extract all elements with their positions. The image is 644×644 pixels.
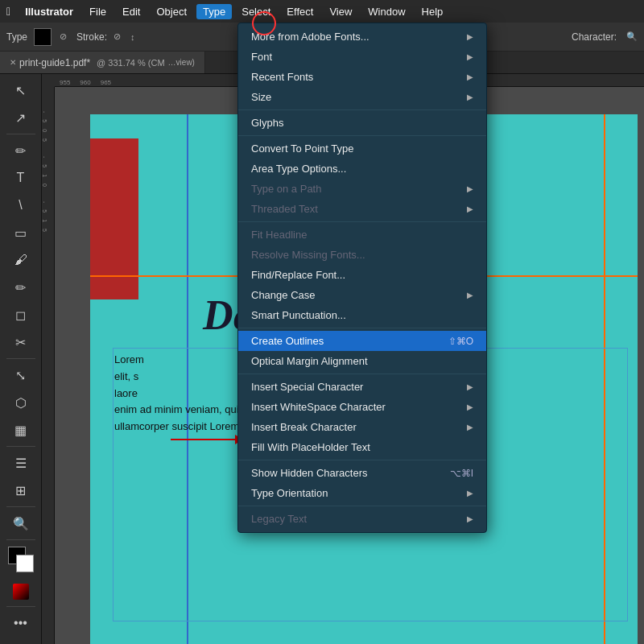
tab-close-button[interactable]: ✕ <box>10 58 16 67</box>
menu-item-font[interactable]: Font <box>238 47 486 67</box>
menu-item-effect[interactable]: Effect <box>280 4 320 19</box>
arrow-indicator <box>171 435 243 444</box>
type-dropdown-menu: More from Adobe Fonts... Font Recent Fon… <box>237 23 487 533</box>
direct-selection-tool-icon[interactable]: ↗ <box>8 105 34 130</box>
pencil-tool-icon[interactable]: ✏ <box>8 275 34 300</box>
menu-item-insert-break[interactable]: Insert Break Character <box>238 417 486 437</box>
menu-divider-2 <box>238 135 486 136</box>
menu-item-convert-point[interactable]: Convert To Point Type <box>238 138 486 159</box>
tools-panel: ↖ ↗ ✏ T \ ▭ 🖌 ✏ ◻ ✂ ⤡ ⬡ ▦ ☰ ⊞ 🔍 ••• <box>0 74 42 644</box>
tab-name: print-guide1.pdf* <box>19 57 90 68</box>
menu-item-insert-whitespace[interactable]: Insert WhiteSpace Character <box>238 397 486 417</box>
menu-item-select[interactable]: Select <box>235 4 277 19</box>
tool-separator-3 <box>6 446 35 447</box>
tool-separator-5 <box>6 539 35 540</box>
menu-item-illustrator[interactable]: Illustrator <box>19 4 80 19</box>
menu-divider-1 <box>238 109 486 110</box>
scissors-tool-icon[interactable]: ✂ <box>8 329 34 355</box>
menu-item-view[interactable]: View <box>323 4 358 19</box>
color-swatch[interactable] <box>34 28 52 46</box>
stroke-label: Stroke: <box>76 31 107 43</box>
mesh-tool-icon[interactable]: ⊞ <box>8 477 34 503</box>
type-tool-icon[interactable]: T <box>8 165 34 191</box>
background-color-swatch[interactable] <box>16 555 34 572</box>
menu-item-smart-punctuation[interactable]: Smart Punctuation... <box>238 305 486 325</box>
menu-item-change-case[interactable]: Change Case <box>238 285 486 305</box>
menu-item-help[interactable]: Help <box>415 4 450 19</box>
menu-item-create-outlines[interactable]: Create Outlines ⇧⌘O <box>238 331 486 351</box>
menu-item-size[interactable]: Size <box>238 87 486 107</box>
menu-bar:  Illustrator File Edit Object Type Sele… <box>0 0 644 23</box>
menu-item-type-on-path: Type on a Path <box>238 179 486 199</box>
menu-item-threaded-text: Threaded Text <box>238 199 486 219</box>
menu-item-legacy-text: Legacy Text <box>238 509 486 529</box>
menu-item-type[interactable]: Type <box>196 4 232 19</box>
line-tool-icon[interactable]: \ <box>8 192 34 218</box>
pen-tool-icon[interactable]: ✏ <box>8 138 34 163</box>
paintbrush-tool-icon[interactable]: 🖌 <box>8 247 34 273</box>
create-outlines-shortcut: ⇧⌘O <box>448 336 473 347</box>
menu-item-window[interactable]: Window <box>361 4 411 19</box>
document-tab[interactable]: ✕ print-guide1.pdf* @ 331.74 % (CM …view… <box>0 52 205 73</box>
tool-separator-4 <box>6 506 35 507</box>
menu-item-optical-margin[interactable]: Optical Margin Alignment <box>238 351 486 371</box>
tab-zoom: @ 331.74 % (CM <box>97 58 165 68</box>
menu-item-fit-headline: Fit Headline <box>238 225 486 245</box>
tool-separator-2 <box>6 358 35 359</box>
selection-tool-icon[interactable]: ↖ <box>8 77 34 103</box>
menu-item-fill-placeholder[interactable]: Fill With PlaceHolder Text <box>238 437 486 457</box>
menu-item-resolve-fonts: Resolve Missing Fonts... <box>238 245 486 265</box>
eraser-tool-icon[interactable]: ◻ <box>8 302 34 328</box>
menu-item-recent-fonts[interactable]: Recent Fonts <box>238 67 486 87</box>
scale-tool-icon[interactable]: ⤡ <box>8 362 34 388</box>
zoom-tool-icon[interactable]: 🔍 <box>8 510 34 536</box>
menu-item-more-fonts[interactable]: More from Adobe Fonts... <box>238 27 486 47</box>
gradient-tool-icon[interactable]: ▦ <box>8 417 34 443</box>
gradient-swatch[interactable] <box>13 584 29 600</box>
menu-item-find-replace-font[interactable]: Find/Replace Font... <box>238 265 486 285</box>
menu-item-file[interactable]: File <box>83 4 113 19</box>
menu-item-object[interactable]: Object <box>150 4 193 19</box>
apple-logo-icon[interactable]:  <box>6 5 10 18</box>
tool-separator <box>6 134 35 134</box>
menu-item-edit[interactable]: Edit <box>116 4 147 19</box>
ruler-left: -505 -510 -515 <box>42 87 55 644</box>
tool-separator-6 <box>6 606 35 607</box>
graph-tool-icon[interactable]: ☰ <box>8 450 34 476</box>
shape-tool-icon[interactable]: ▭ <box>8 220 34 246</box>
menu-divider-4 <box>238 328 486 328</box>
arrow-graphic <box>171 435 243 444</box>
menu-divider-6 <box>238 460 486 460</box>
type-tool-label: Type <box>6 31 27 43</box>
menu-section-glyphs[interactable]: Glyphs <box>238 113 486 133</box>
menu-item-insert-special[interactable]: Insert Special Character <box>238 377 486 397</box>
ruler-corner <box>42 74 55 87</box>
menu-item-show-hidden[interactable]: Show Hidden Characters ⌥⌘I <box>238 463 486 483</box>
menu-item-area-type[interactable]: Area Type Options... <box>238 159 486 179</box>
menu-item-type-orientation[interactable]: Type Orientation <box>238 483 486 503</box>
menu-divider-5 <box>238 374 486 374</box>
more-tools-icon[interactable]: ••• <box>8 610 34 636</box>
menu-divider-7 <box>238 506 486 506</box>
show-hidden-shortcut: ⌥⌘I <box>450 468 473 479</box>
blend-tool-icon[interactable]: ⬡ <box>8 390 34 415</box>
character-label: Character: <box>572 31 617 43</box>
menu-divider-3 <box>238 221 486 222</box>
arrow-line <box>171 439 235 440</box>
